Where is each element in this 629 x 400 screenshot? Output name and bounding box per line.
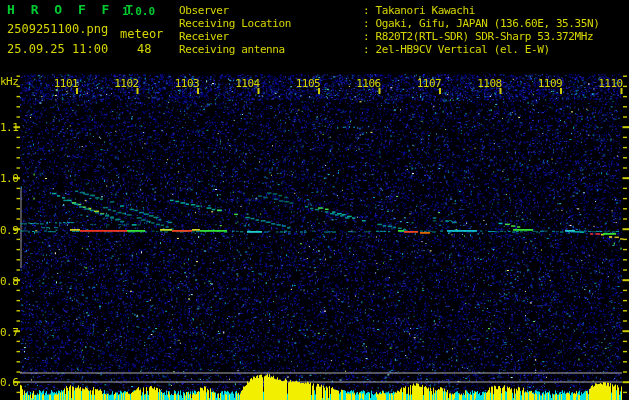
app-version: 1.0.0 bbox=[122, 6, 155, 18]
station-info-row: Receiving Location: Ogaki, Gifu, JAPAN (… bbox=[179, 17, 599, 30]
app-title: H R O F F T bbox=[7, 4, 137, 16]
freq-axis-label: 0.6 bbox=[0, 376, 15, 389]
time-axis-label: 1105 bbox=[294, 77, 322, 90]
echo-count: 48 bbox=[137, 43, 151, 55]
output-filename: 2509251100.png bbox=[7, 23, 108, 35]
time-axis-label: 1103 bbox=[173, 77, 201, 90]
time-axis-label: 1110 bbox=[597, 77, 625, 90]
time-axis-label: 1102 bbox=[113, 77, 141, 90]
spectrogram-canvas bbox=[0, 0, 629, 400]
time-axis-label: 1104 bbox=[234, 77, 262, 90]
time-axis-label: 1107 bbox=[415, 77, 443, 90]
datetime-label: 25.09.25 11:00 bbox=[7, 43, 108, 55]
station-info-row: Observer: Takanori Kawachi bbox=[179, 4, 475, 17]
time-axis-label: 1108 bbox=[476, 77, 504, 90]
time-axis-label: 1109 bbox=[536, 77, 564, 90]
mode-label: meteor bbox=[120, 28, 163, 40]
freq-axis-label: 0.7 bbox=[0, 326, 15, 339]
hrofft-window: H R O F F T 1.0.0 2509251100.png meteor … bbox=[0, 0, 629, 400]
time-axis-label: 1101 bbox=[52, 77, 80, 90]
freq-axis-label: 1.1 bbox=[0, 121, 15, 134]
station-info-row: Receiving antenna: 2el-HB9CV Vertical (e… bbox=[179, 43, 550, 56]
freq-axis-label: 0.8 bbox=[0, 275, 15, 288]
freq-axis-label: 1.0 bbox=[0, 172, 15, 185]
time-axis-label: 1106 bbox=[355, 77, 383, 90]
station-info-row: Receiver: R820T2(RTL-SDR) SDR-Sharp 53.3… bbox=[179, 30, 593, 43]
freq-axis-label: 0.9 bbox=[0, 224, 15, 237]
freq-axis-unit: kHz bbox=[0, 76, 18, 88]
